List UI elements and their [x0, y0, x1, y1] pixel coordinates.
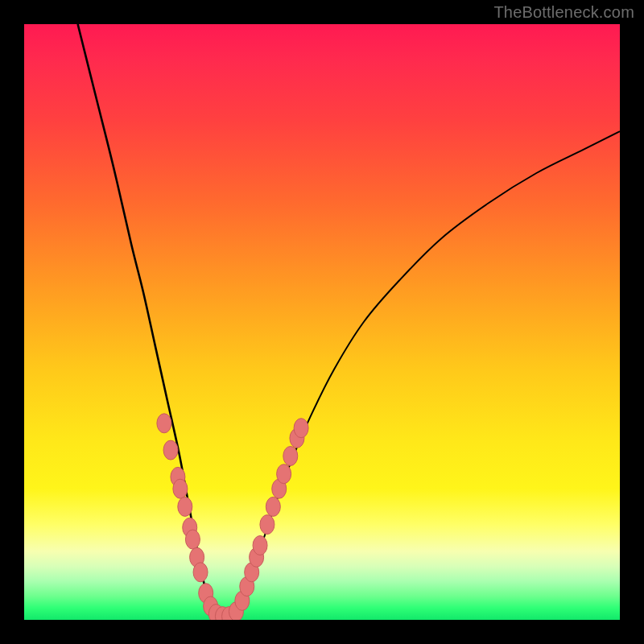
- data-marker: [163, 440, 178, 460]
- data-marker: [185, 530, 200, 549]
- data-marker: [283, 447, 298, 466]
- curve-right: [233, 131, 620, 617]
- data-marker: [173, 479, 188, 498]
- data-marker: [294, 419, 308, 438]
- chart-frame: TheBottleneck.com: [0, 0, 644, 644]
- data-marker: [193, 563, 208, 582]
- watermark-text: TheBottleneck.com: [493, 3, 634, 22]
- chart-svg: [24, 24, 620, 620]
- data-marker: [253, 536, 267, 555]
- data-marker: [277, 464, 291, 484]
- data-marker: [266, 497, 280, 516]
- data-marker: [260, 515, 275, 535]
- plot-area: [24, 24, 620, 620]
- data-marker: [157, 414, 171, 433]
- marker-group: [157, 414, 308, 620]
- data-marker: [178, 497, 192, 516]
